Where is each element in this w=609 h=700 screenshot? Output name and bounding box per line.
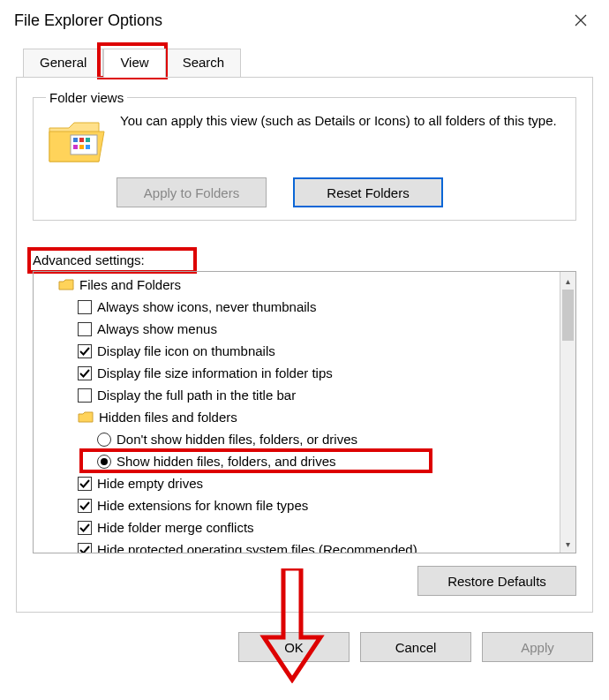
tree-item-label: Show hidden files, folders, and drives xyxy=(117,454,335,469)
group-folder-views-legend: Folder views xyxy=(46,90,127,105)
tree-checkbox-item[interactable]: Hide folder merge conflicts xyxy=(41,516,560,538)
tree-checkbox-item[interactable]: Display the full path in the title bar xyxy=(41,384,560,406)
tree-item-label: Hide protected operating system files (R… xyxy=(97,542,417,553)
tree-group-hidden: Hidden files and folders xyxy=(41,406,560,428)
tab-search-label: Search xyxy=(183,55,225,70)
checkbox[interactable] xyxy=(78,521,92,535)
checkbox[interactable] xyxy=(78,300,92,314)
tree-item-label: Display file size information in folder … xyxy=(97,365,333,380)
tree-item-label: Hide extensions for known file types xyxy=(97,498,308,513)
checkbox[interactable] xyxy=(78,477,92,491)
tree-item-label: Always show icons, never thumbnails xyxy=(97,299,316,314)
radio[interactable] xyxy=(97,455,111,469)
restore-defaults-button[interactable]: Restore Defaults xyxy=(417,566,576,596)
apply-to-folders-button: Apply to Folders xyxy=(117,177,267,207)
tree-radio-item[interactable]: Don't show hidden files, folders, or dri… xyxy=(41,428,560,450)
checkbox[interactable] xyxy=(78,366,92,380)
tree-item-label: Display the full path in the title bar xyxy=(97,388,296,403)
reset-folders-button[interactable]: Reset Folders xyxy=(293,177,443,207)
tree-item-label: Always show menus xyxy=(97,321,217,336)
tree-checkbox-item[interactable]: Hide empty drives xyxy=(41,472,560,494)
tree-radio-item[interactable]: Show hidden files, folders, and drives xyxy=(41,450,560,472)
close-button[interactable] xyxy=(565,7,597,34)
scroll-thumb[interactable] xyxy=(562,290,574,341)
tab-search[interactable]: Search xyxy=(166,49,242,78)
checkbox[interactable] xyxy=(78,388,92,403)
advanced-settings-tree[interactable]: Files and Folders Always show icons, nev… xyxy=(33,271,576,553)
svg-rect-2 xyxy=(79,138,84,142)
tree-item-label: Don't show hidden files, folders, or dri… xyxy=(117,432,357,447)
folder-icon xyxy=(78,410,94,424)
window-title: File Explorer Options xyxy=(14,11,162,30)
titlebar: File Explorer Options xyxy=(0,0,609,39)
folder-views-desc: You can apply this view (such as Details… xyxy=(120,112,557,130)
advanced-settings-label: Advanced settings: xyxy=(33,252,145,267)
radio[interactable] xyxy=(97,433,111,447)
group-folder-views: Folder views You can apply this view (su… xyxy=(33,90,576,221)
folder-icon xyxy=(46,116,108,169)
checkbox[interactable] xyxy=(78,543,92,553)
close-icon xyxy=(575,14,587,26)
ok-button[interactable]: OK xyxy=(238,632,350,662)
tree-checkbox-item[interactable]: Always show menus xyxy=(41,318,560,340)
tab-general-label: General xyxy=(40,55,86,70)
reset-folders-label: Reset Folders xyxy=(327,185,409,200)
tab-general[interactable]: General xyxy=(23,49,103,78)
tree-item-label: Display file icon on thumbnails xyxy=(97,343,275,358)
tree-checkbox-item[interactable]: Hide protected operating system files (R… xyxy=(41,538,560,553)
scroll-down-button[interactable]: ▾ xyxy=(560,535,575,553)
checkbox[interactable] xyxy=(78,344,92,358)
tree-item-label: Hide folder merge conflicts xyxy=(97,520,254,535)
scrollbar-vertical[interactable]: ▴ ▾ xyxy=(560,272,575,553)
scroll-up-button[interactable]: ▴ xyxy=(560,272,575,290)
svg-rect-5 xyxy=(79,145,84,149)
svg-rect-3 xyxy=(86,138,90,142)
svg-rect-6 xyxy=(86,145,90,149)
ok-button-label: OK xyxy=(284,640,304,655)
tree-group-files-folders: Files and Folders xyxy=(41,274,560,296)
cancel-button[interactable]: Cancel xyxy=(360,632,471,662)
svg-rect-4 xyxy=(73,145,78,149)
tree-item-label: Hide empty drives xyxy=(97,476,203,491)
folder-icon xyxy=(58,278,74,291)
svg-rect-1 xyxy=(73,138,78,142)
apply-to-folders-label: Apply to Folders xyxy=(144,185,239,200)
apply-button-label: Apply xyxy=(521,640,554,655)
tree-checkbox-item[interactable]: Always show icons, never thumbnails xyxy=(41,296,560,318)
tree-checkbox-item[interactable]: Display file size information in folder … xyxy=(41,362,560,384)
tree-checkbox-item[interactable]: Display file icon on thumbnails xyxy=(41,340,560,362)
restore-defaults-label: Restore Defaults xyxy=(447,574,546,589)
tree-group-files-folders-label: Files and Folders xyxy=(79,277,181,292)
checkbox[interactable] xyxy=(78,499,92,513)
dialog-body: General View Search Folder views You can… xyxy=(0,39,609,621)
tab-strip: General View Search xyxy=(23,48,593,77)
apply-button: Apply xyxy=(482,632,593,662)
tree-group-hidden-label: Hidden files and folders xyxy=(99,410,237,425)
tree-checkbox-item[interactable]: Hide extensions for known file types xyxy=(41,494,560,516)
dialog-button-row: OK Cancel Apply xyxy=(0,621,609,674)
checkbox[interactable] xyxy=(78,322,92,336)
tab-panel-view: Folder views You can apply this view (su… xyxy=(16,77,593,613)
tab-view[interactable]: View xyxy=(103,49,165,78)
cancel-button-label: Cancel xyxy=(395,640,437,655)
tab-view-label: View xyxy=(120,55,148,70)
